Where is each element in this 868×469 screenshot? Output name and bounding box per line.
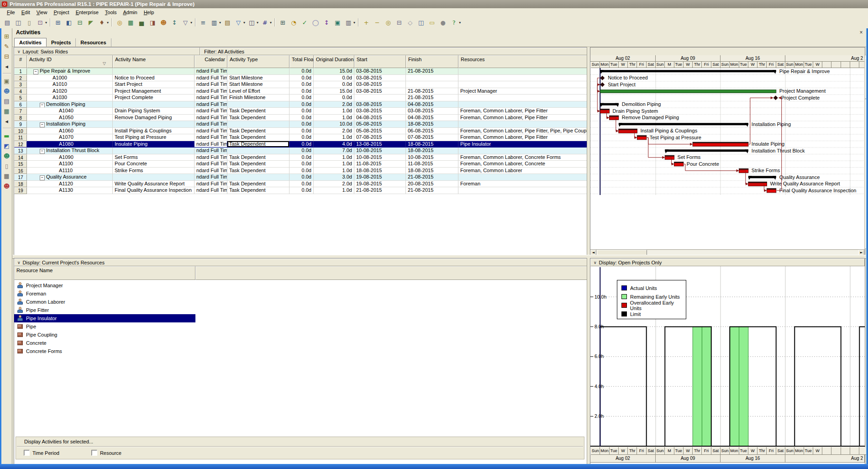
gantt-task-bar[interactable]	[674, 162, 684, 166]
tab-projects[interactable]: Projects	[47, 38, 76, 47]
checkbox-time-period[interactable]	[24, 450, 30, 456]
column-header-activity-id[interactable]: Activity ID▽	[27, 55, 113, 68]
layout-toggle-icon[interactable]: ◧	[64, 17, 74, 27]
reports-icon[interactable]: ▤	[2, 96, 11, 105]
filter-bar[interactable]: Filter: All Activities	[200, 47, 587, 55]
column-header-finish[interactable]: Finish	[406, 55, 458, 68]
spreadsheet-icon[interactable]: ▤	[222, 17, 232, 27]
column-header-num[interactable]: #	[14, 55, 27, 68]
publish-icon[interactable]: ⊡	[35, 17, 45, 27]
menu-enterprise[interactable]: Enterprise	[73, 9, 102, 16]
tracking-icon[interactable]: ▦	[2, 106, 11, 116]
activity-row[interactable]: 5A1030Project Completendard Full TimeFin…	[14, 95, 587, 101]
activity-row[interactable]: 6−Demolition Pipingndard Full Time0.0d2.…	[14, 101, 587, 108]
find-icon[interactable]: ◎	[115, 17, 125, 27]
tracking-view-icon[interactable]: ◨	[147, 17, 158, 27]
menu-project[interactable]: Project	[50, 9, 72, 16]
wbs-view-icon[interactable]: ▦	[126, 17, 136, 27]
dropdown-arrow-icon[interactable]: ▾	[257, 21, 258, 25]
zoom-in-icon[interactable]: +	[361, 17, 371, 27]
histogram-bar[interactable]	[702, 327, 711, 446]
edit-project-icon[interactable]: ✎	[2, 42, 11, 51]
resource-row[interactable]: Project Manager	[14, 281, 195, 290]
activity-row[interactable]: 17−Quality Assurancendard Full Time0.0d3…	[14, 174, 587, 181]
activity-row[interactable]: 15A1100Pour Concretendard Full TimeTask …	[14, 161, 587, 168]
menu-edit[interactable]: Edit	[18, 9, 33, 16]
gantt-milestone[interactable]	[600, 82, 605, 87]
activity-row[interactable]: 7A1040Drain Piping Systemndard Full Time…	[14, 108, 587, 115]
add-project-icon[interactable]: ⊞	[2, 32, 11, 41]
help-icon[interactable]: ?	[449, 17, 459, 27]
hsplit-icon[interactable]: ⊟	[394, 17, 404, 27]
dropdown-arrow-icon[interactable]: ▾	[45, 21, 47, 25]
gantt-milestone[interactable]	[773, 95, 778, 100]
gantt-task-bar[interactable]	[637, 136, 646, 140]
collapse-arrow2-icon[interactable]: ◂	[2, 116, 11, 126]
activity-row[interactable]: 11A1070Test Piping at Pressurendard Full…	[14, 134, 587, 141]
risks-icon[interactable]: ☻	[2, 181, 11, 190]
column-header-activity-type[interactable]: Activity Type	[227, 55, 289, 68]
activity-row[interactable]: 19A1130Final Quality Assurance Inspectio…	[14, 187, 587, 194]
projects-icon[interactable]: ▣	[2, 76, 11, 85]
title-bar[interactable]: Primavera P6 Professional R15.1 : PIPE R…	[0, 0, 868, 8]
activity-row[interactable]: 8A1050Remove Damaged Pipingndard Full Ti…	[14, 115, 587, 121]
zoom-out-icon[interactable]: −	[372, 17, 382, 27]
wbs-icon[interactable]: ◩	[2, 141, 11, 150]
details-icon[interactable]: ▥	[343, 17, 353, 27]
resource-row[interactable]: Common Laborer	[14, 298, 195, 306]
resource-row[interactable]: Pipe	[14, 322, 195, 331]
dropdown-arrow-icon[interactable]: ▾	[459, 21, 461, 25]
assignments-view-icon[interactable]: ☻	[158, 17, 168, 27]
funnel-icon[interactable]: ▽	[180, 17, 190, 27]
resources-window-icon[interactable]: ▣	[332, 17, 342, 27]
tab-resources[interactable]: Resources	[76, 38, 111, 47]
activity-row[interactable]: 9−Installation Pipingndard Full Time0.0d…	[14, 121, 587, 128]
diamond-icon[interactable]: ◇	[405, 17, 415, 27]
gantt-task-bar[interactable]	[767, 189, 776, 193]
activity-row[interactable]: 2A1000Notice to Proceedndard Full TimeSt…	[14, 75, 587, 82]
resource-row[interactable]: Concrete Forms	[14, 347, 195, 355]
dropdown-arrow-icon[interactable]: ▾	[219, 21, 221, 25]
resource-row[interactable]: Foreman	[14, 290, 195, 298]
link-icon[interactable]: ↕	[169, 17, 179, 27]
histogram-bar[interactable]	[693, 327, 702, 446]
select-tool-icon[interactable]: ◤	[86, 17, 96, 27]
collapse-arrow-icon[interactable]: ◂	[2, 62, 11, 71]
dropdown-arrow-icon[interactable]: ▾	[243, 21, 245, 25]
column-header-original-duration[interactable]: Original Duration	[314, 55, 354, 68]
activity-row[interactable]: 3A1010Start Projectndard Full TimeStart …	[14, 81, 587, 88]
collapse-icon[interactable]: −	[40, 149, 45, 154]
resource-row[interactable]: Pipe Insulator	[14, 314, 195, 322]
schedule-icon[interactable]: ↕	[321, 17, 331, 27]
collapse-icon[interactable]: −	[33, 69, 38, 74]
layout-options-bar[interactable]: ∨ Layout: Swiss Rides	[14, 47, 200, 55]
resources-icon[interactable]: ☻	[2, 86, 11, 95]
resource-row[interactable]: Pipe Fitter	[14, 306, 195, 314]
collapse-icon[interactable]: −	[40, 122, 45, 127]
activity-row[interactable]: 13−Installation Thrust Blockndard Full T…	[14, 148, 587, 154]
hierarchy-icon[interactable]: ♦	[97, 17, 107, 27]
menu-admin[interactable]: Admin	[120, 9, 140, 16]
activity-row[interactable]: 12A1080Insulate Pipingndard Full TimeTas…	[14, 141, 587, 148]
print-preview-icon[interactable]: ◫	[13, 17, 23, 27]
activity-row[interactable]: 14A1090Set Formsndard Full TimeTask Depe…	[14, 154, 587, 161]
column-header-activity-name[interactable]: Activity Name	[113, 55, 195, 68]
zoom-fit-icon[interactable]: ◎	[383, 17, 393, 27]
menu-help[interactable]: Help	[141, 9, 158, 16]
projects-view-icon[interactable]: ⊞	[53, 17, 63, 27]
documents-icon[interactable]: ▯	[2, 161, 11, 170]
menu-view[interactable]: View	[33, 9, 51, 16]
histogram-display-bar[interactable]: ∨ Display: Open Projects Only	[590, 258, 865, 266]
tab-activities[interactable]: Activities	[14, 38, 47, 47]
gantt-summary-bar[interactable]	[665, 149, 748, 153]
gantt-task-bar[interactable]	[693, 142, 748, 146]
dropdown-arrow-icon[interactable]: ▾	[353, 21, 355, 25]
vsplit-icon[interactable]: ◫	[416, 17, 426, 27]
resource-row[interactable]: Concrete	[14, 339, 195, 347]
activity-row[interactable]: 4A1020Project Managementndard Full TimeL…	[14, 88, 587, 95]
filter-icon[interactable]: ▽	[233, 17, 243, 27]
group-expand-icon[interactable]: ⊟	[75, 17, 85, 27]
activity-row[interactable]: 10A1060Install Piping & Couplingsndard F…	[14, 128, 587, 135]
assign-icon[interactable]: ✓	[300, 17, 310, 27]
menu-tools[interactable]: Tools	[102, 9, 120, 16]
